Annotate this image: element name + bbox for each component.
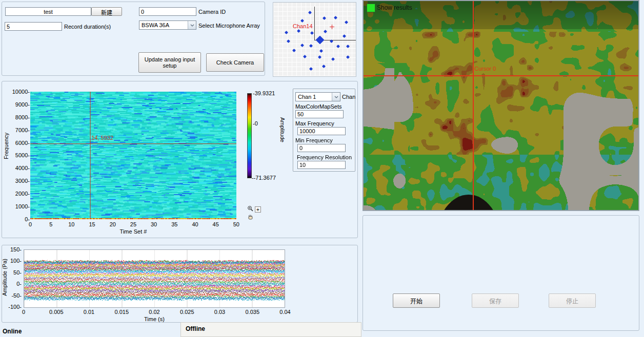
tick-label: 9000 [15, 101, 30, 108]
chevron-down-icon [188, 21, 196, 29]
camera-cursor-vline[interactable] [473, 1, 474, 210]
microphone-array-label: Select Microphone Array [198, 23, 260, 29]
tick-label: 0 [21, 221, 39, 227]
tick-label: 35 [165, 221, 184, 227]
mic-dot [303, 54, 306, 58]
mic-center-cluster [316, 36, 325, 45]
channel-select-label: Chan [342, 94, 355, 100]
tick-label: 25 [124, 221, 143, 227]
waveform-x-ticks: 00.0050.010.0150.020.0250.030.0350.04 [14, 309, 294, 315]
check-camera-button[interactable]: Check Camera [206, 53, 264, 72]
offline-status-label: Offline [186, 325, 205, 332]
tick-label: 0.025 [178, 309, 196, 315]
waveform-y-label: Amplitude (Pa) [2, 259, 8, 296]
colorbar-mid-label: -0 [253, 120, 258, 127]
tick-label: 0.03 [211, 309, 229, 315]
tick-label: 0 [16, 281, 22, 287]
microphone-array-select[interactable]: BSWA 36A [139, 20, 196, 30]
zoom-tool-icon[interactable] [247, 205, 254, 213]
tick-label: 15 [83, 221, 102, 227]
tick-label: 0.02 [145, 309, 164, 315]
spectrogram-plot[interactable]: 14, 5932 [30, 92, 236, 219]
mic-array-geometry-plot: Chan14 [273, 2, 356, 77]
camera-id-input[interactable] [139, 7, 196, 16]
start-button[interactable]: 开始 [393, 293, 440, 308]
mic-dot [286, 39, 290, 43]
camera-result-view[interactable]: Cursor 0 Show results [363, 0, 639, 211]
mic-dot [310, 31, 313, 34]
record-control-panel: 开始 保存 停止 [363, 215, 639, 331]
mic-dot [319, 49, 323, 52]
tick-label: 4000 [15, 165, 30, 171]
cursor-move-tool-icon[interactable]: + [255, 206, 261, 213]
mic-dot [300, 43, 304, 47]
max-frequency-input[interactable] [297, 127, 346, 135]
tick-label: 0.035 [243, 309, 261, 315]
mic-dot [346, 55, 349, 58]
tick-label: -50 [11, 292, 22, 299]
session-name-input[interactable] [5, 7, 91, 16]
max-colormap-sets-input[interactable] [295, 110, 344, 118]
spectrogram-x-label: Time Set # [30, 228, 236, 235]
new-session-button[interactable]: 新建 [91, 7, 122, 16]
spectrogram-y-label: Frequency [3, 133, 10, 159]
tick-label: 10 [62, 221, 80, 227]
mic-dot [309, 67, 312, 70]
channel-select[interactable]: Chan 1 [295, 92, 340, 101]
mic-dot [342, 34, 346, 37]
tick-label: 50 [227, 221, 246, 227]
show-results-led[interactable] [367, 4, 375, 12]
mic-dot [346, 44, 349, 48]
setup-panel: 新建 Record duration(s) Camera ID BSWA 36A… [2, 2, 265, 76]
waveform-plot [24, 249, 285, 308]
spectrogram-x-ticks: 05101520253035404550 [21, 221, 246, 227]
tick-label: 0 [14, 309, 33, 315]
mic-dot [331, 57, 334, 60]
tick-label: 8000 [15, 114, 30, 120]
tick-label: 10000 [12, 89, 30, 95]
min-frequency-input[interactable] [297, 144, 346, 152]
mic-dot [322, 16, 326, 19]
save-button[interactable]: 保存 [472, 293, 519, 308]
acoustic-camera-app: { "setup_panel": { "session_name_value":… [0, 0, 644, 337]
tick-label: 40 [186, 221, 205, 227]
microphone-array-value: BSWA 36A [142, 22, 169, 28]
camera-overlay-canvas[interactable] [364, 1, 638, 210]
chevron-down-icon [332, 93, 340, 101]
min-frequency-label: Min Frequency [295, 137, 333, 144]
mic-highlight-label: Chan14 [293, 23, 313, 29]
spectrogram-panel: 1000090008000700060005000400030002000100… [2, 81, 358, 238]
max-colormap-sets-label: MaxColorMapSets [295, 103, 341, 110]
stop-button[interactable]: 停止 [549, 293, 596, 308]
mic-dot [321, 64, 325, 68]
tick-label: 50 [13, 269, 22, 276]
tick-label: 30 [145, 221, 163, 227]
mic-dot [308, 10, 311, 14]
mic-plot-y-axis [314, 7, 315, 40]
colorbar-max-label: -39.9321 [253, 90, 275, 97]
tick-label: 0.005 [47, 309, 66, 315]
mic-dot [284, 30, 288, 34]
show-results-label: Show results [377, 5, 412, 11]
spectrogram-canvas[interactable] [30, 92, 236, 219]
tick-label: 150 [10, 246, 22, 252]
update-analog-input-button[interactable]: Update analog input setup [138, 52, 201, 73]
waveform-canvas [24, 250, 285, 307]
tick-label: 0.01 [80, 309, 98, 315]
record-duration-input[interactable] [5, 22, 62, 31]
channel-settings-panel: Chan 1 Chan MaxColorMapSets Max Frequenc… [293, 89, 355, 172]
tick-label: 0.04 [276, 309, 294, 315]
tick-label: 7000 [15, 127, 30, 133]
mic-dot [296, 29, 300, 32]
camera-cursor-label: Cursor 0 [474, 66, 496, 72]
camera-cursor-hline[interactable] [364, 75, 638, 76]
max-frequency-label: Max Frequency [295, 120, 334, 127]
frequency-resolution-input[interactable] [297, 161, 346, 169]
pan-tool-icon[interactable] [247, 214, 254, 221]
tick-label: 3000 [15, 178, 30, 184]
amplitude-colorbar [247, 93, 252, 178]
colorbar-title: Amplitude [279, 117, 286, 142]
tick-label: 100 [10, 258, 22, 264]
frequency-resolution-label: Frequency Resolution [297, 154, 352, 161]
camera-id-label: Camera ID [198, 9, 226, 15]
